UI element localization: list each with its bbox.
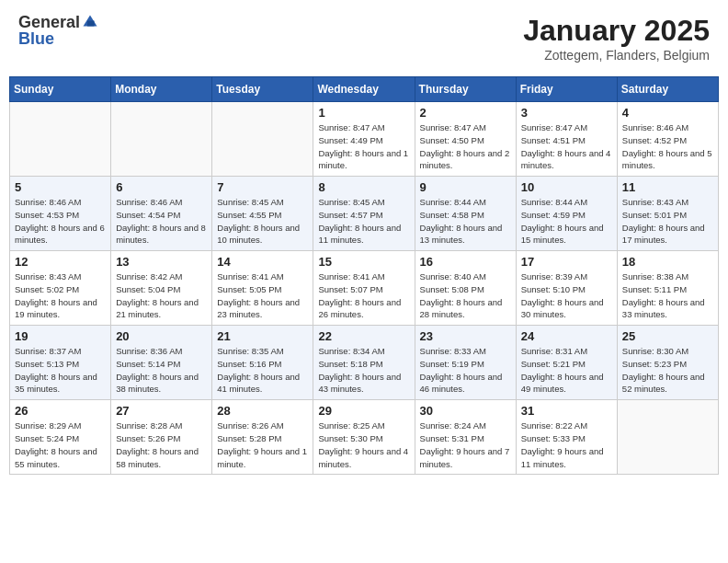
day-number: 20	[116, 329, 207, 343]
calendar-week-row: 5Sunrise: 8:46 AM Sunset: 4:53 PM Daylig…	[10, 177, 719, 251]
calendar-week-row: 19Sunrise: 8:37 AM Sunset: 5:13 PM Dayli…	[10, 326, 719, 400]
calendar-cell: 4Sunrise: 8:46 AM Sunset: 4:52 PM Daylig…	[617, 102, 718, 177]
day-number: 8	[318, 180, 409, 194]
day-number: 18	[622, 255, 713, 269]
day-number: 14	[217, 255, 308, 269]
calendar-cell: 27Sunrise: 8:28 AM Sunset: 5:26 PM Dayli…	[111, 400, 212, 475]
column-header-thursday: Thursday	[415, 77, 516, 102]
column-header-monday: Monday	[111, 77, 212, 102]
day-info: Sunrise: 8:34 AM Sunset: 5:18 PM Dayligh…	[318, 345, 409, 396]
calendar-cell: 1Sunrise: 8:47 AM Sunset: 4:49 PM Daylig…	[313, 102, 415, 177]
day-info: Sunrise: 8:45 AM Sunset: 4:55 PM Dayligh…	[217, 196, 308, 247]
calendar-cell: 16Sunrise: 8:40 AM Sunset: 5:08 PM Dayli…	[415, 251, 516, 326]
calendar-cell: 19Sunrise: 8:37 AM Sunset: 5:13 PM Dayli…	[10, 326, 111, 400]
day-info: Sunrise: 8:22 AM Sunset: 5:33 PM Dayligh…	[521, 419, 612, 470]
day-number: 2	[420, 106, 511, 120]
day-number: 6	[116, 180, 207, 194]
calendar-title: January 2025	[523, 14, 710, 48]
calendar-cell: 30Sunrise: 8:24 AM Sunset: 5:31 PM Dayli…	[415, 400, 516, 475]
title-block: January 2025 Zottegem, Flanders, Belgium	[523, 14, 710, 63]
day-number: 21	[217, 329, 308, 343]
day-number: 13	[116, 255, 207, 269]
day-number: 24	[521, 329, 612, 343]
calendar-cell: 15Sunrise: 8:41 AM Sunset: 5:07 PM Dayli…	[313, 251, 415, 326]
page-header: General Blue January 2025 Zottegem, Flan…	[9, 9, 719, 67]
day-number: 28	[217, 404, 308, 418]
calendar-cell: 8Sunrise: 8:45 AM Sunset: 4:57 PM Daylig…	[313, 177, 415, 251]
day-number: 26	[15, 404, 106, 418]
calendar-cell: 2Sunrise: 8:47 AM Sunset: 4:50 PM Daylig…	[415, 102, 516, 177]
calendar-cell: 31Sunrise: 8:22 AM Sunset: 5:33 PM Dayli…	[516, 400, 617, 475]
calendar-cell: 3Sunrise: 8:47 AM Sunset: 4:51 PM Daylig…	[516, 102, 617, 177]
calendar-cell	[111, 102, 212, 177]
calendar-cell: 26Sunrise: 8:29 AM Sunset: 5:24 PM Dayli…	[10, 400, 111, 475]
column-header-friday: Friday	[516, 77, 617, 102]
calendar-week-row: 26Sunrise: 8:29 AM Sunset: 5:24 PM Dayli…	[10, 400, 719, 475]
logo-blue-text: Blue	[18, 29, 54, 48]
day-number: 25	[622, 329, 713, 343]
day-info: Sunrise: 8:47 AM Sunset: 4:50 PM Dayligh…	[420, 121, 511, 172]
column-header-saturday: Saturday	[617, 77, 718, 102]
calendar-cell	[617, 400, 718, 475]
day-info: Sunrise: 8:24 AM Sunset: 5:31 PM Dayligh…	[420, 419, 511, 470]
calendar-week-row: 12Sunrise: 8:43 AM Sunset: 5:02 PM Dayli…	[10, 251, 719, 326]
day-number: 12	[15, 255, 106, 269]
day-info: Sunrise: 8:40 AM Sunset: 5:08 PM Dayligh…	[420, 270, 511, 321]
day-info: Sunrise: 8:44 AM Sunset: 4:58 PM Dayligh…	[420, 196, 511, 247]
day-number: 27	[116, 404, 207, 418]
day-number: 30	[420, 404, 511, 418]
day-number: 10	[521, 180, 612, 194]
day-info: Sunrise: 8:47 AM Sunset: 4:51 PM Dayligh…	[521, 121, 612, 172]
calendar-cell: 17Sunrise: 8:39 AM Sunset: 5:10 PM Dayli…	[516, 251, 617, 326]
svg-marker-1	[87, 21, 95, 27]
day-number: 9	[420, 180, 511, 194]
logo: General Blue	[18, 14, 98, 48]
day-info: Sunrise: 8:46 AM Sunset: 4:53 PM Dayligh…	[15, 196, 106, 247]
day-number: 3	[521, 106, 612, 120]
column-header-tuesday: Tuesday	[212, 77, 313, 102]
day-info: Sunrise: 8:46 AM Sunset: 4:52 PM Dayligh…	[622, 121, 713, 172]
day-number: 15	[318, 255, 409, 269]
day-number: 23	[420, 329, 511, 343]
calendar-cell: 21Sunrise: 8:35 AM Sunset: 5:16 PM Dayli…	[212, 326, 313, 400]
calendar-cell	[212, 102, 313, 177]
calendar-cell	[10, 102, 111, 177]
day-number: 22	[318, 329, 409, 343]
day-number: 19	[15, 329, 106, 343]
logo-general-text: General	[18, 14, 80, 30]
day-info: Sunrise: 8:33 AM Sunset: 5:19 PM Dayligh…	[420, 345, 511, 396]
day-number: 31	[521, 404, 612, 418]
calendar-cell: 24Sunrise: 8:31 AM Sunset: 5:21 PM Dayli…	[516, 326, 617, 400]
day-info: Sunrise: 8:41 AM Sunset: 5:05 PM Dayligh…	[217, 270, 308, 321]
calendar-cell: 20Sunrise: 8:36 AM Sunset: 5:14 PM Dayli…	[111, 326, 212, 400]
calendar-cell: 5Sunrise: 8:46 AM Sunset: 4:53 PM Daylig…	[10, 177, 111, 251]
day-info: Sunrise: 8:29 AM Sunset: 5:24 PM Dayligh…	[15, 419, 106, 470]
day-info: Sunrise: 8:39 AM Sunset: 5:10 PM Dayligh…	[521, 270, 612, 321]
calendar-cell: 28Sunrise: 8:26 AM Sunset: 5:28 PM Dayli…	[212, 400, 313, 475]
calendar-cell: 14Sunrise: 8:41 AM Sunset: 5:05 PM Dayli…	[212, 251, 313, 326]
column-header-wednesday: Wednesday	[313, 77, 415, 102]
day-info: Sunrise: 8:37 AM Sunset: 5:13 PM Dayligh…	[15, 345, 106, 396]
day-number: 16	[420, 255, 511, 269]
day-info: Sunrise: 8:41 AM Sunset: 5:07 PM Dayligh…	[318, 270, 409, 321]
calendar-cell: 29Sunrise: 8:25 AM Sunset: 5:30 PM Dayli…	[313, 400, 415, 475]
day-info: Sunrise: 8:36 AM Sunset: 5:14 PM Dayligh…	[116, 345, 207, 396]
day-number: 1	[318, 106, 409, 120]
calendar-cell: 13Sunrise: 8:42 AM Sunset: 5:04 PM Dayli…	[111, 251, 212, 326]
column-header-sunday: Sunday	[10, 77, 111, 102]
calendar-cell: 18Sunrise: 8:38 AM Sunset: 5:11 PM Dayli…	[617, 251, 718, 326]
calendar-week-row: 1Sunrise: 8:47 AM Sunset: 4:49 PM Daylig…	[10, 102, 719, 177]
day-info: Sunrise: 8:45 AM Sunset: 4:57 PM Dayligh…	[318, 196, 409, 247]
day-info: Sunrise: 8:25 AM Sunset: 5:30 PM Dayligh…	[318, 419, 409, 470]
day-info: Sunrise: 8:28 AM Sunset: 5:26 PM Dayligh…	[116, 419, 207, 470]
calendar-cell: 22Sunrise: 8:34 AM Sunset: 5:18 PM Dayli…	[313, 326, 415, 400]
calendar-cell: 12Sunrise: 8:43 AM Sunset: 5:02 PM Dayli…	[10, 251, 111, 326]
calendar-cell: 10Sunrise: 8:44 AM Sunset: 4:59 PM Dayli…	[516, 177, 617, 251]
calendar-header-row: SundayMondayTuesdayWednesdayThursdayFrid…	[10, 77, 719, 102]
day-info: Sunrise: 8:44 AM Sunset: 4:59 PM Dayligh…	[521, 196, 612, 247]
day-number: 5	[15, 180, 106, 194]
day-info: Sunrise: 8:46 AM Sunset: 4:54 PM Dayligh…	[116, 196, 207, 247]
calendar-cell: 9Sunrise: 8:44 AM Sunset: 4:58 PM Daylig…	[415, 177, 516, 251]
calendar-cell: 7Sunrise: 8:45 AM Sunset: 4:55 PM Daylig…	[212, 177, 313, 251]
day-info: Sunrise: 8:43 AM Sunset: 5:01 PM Dayligh…	[622, 196, 713, 247]
